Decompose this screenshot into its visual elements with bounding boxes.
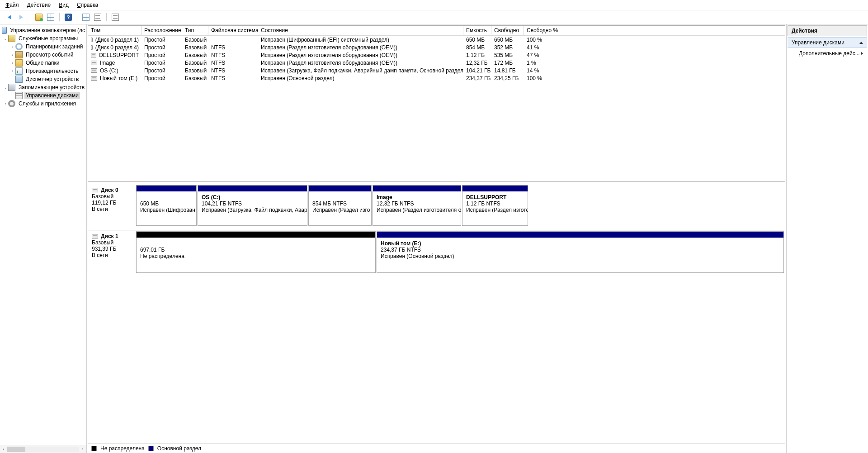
expand-toggle[interactable]: ⌄ — [3, 85, 8, 90]
expand-toggle[interactable]: › — [10, 69, 15, 73]
partition-colorbar — [137, 232, 375, 238]
scheduler-icon — [15, 43, 23, 50]
expand-toggle[interactable]: › — [3, 101, 8, 106]
scroll-thumb[interactable] — [7, 447, 25, 452]
cell-type: Базовый — [182, 60, 208, 66]
disk0-partition-image[interactable]: Image 12,32 ГБ NTFS Исправен (Раздел изг… — [373, 185, 461, 226]
cell-free: 650 МБ — [491, 37, 524, 43]
content-area: Том Расположение Тип Файловая система Со… — [87, 24, 787, 453]
disk0-partition-os[interactable]: OS (C:) 104,21 ГБ NTFS Исправен (Загрузк… — [198, 185, 307, 226]
cell-filesystem: NTFS — [208, 52, 258, 58]
properties-button[interactable] — [46, 12, 56, 22]
tree-horizontal-scrollbar[interactable]: ‹ › — [0, 445, 86, 453]
tree-root[interactable]: Управление компьютером (лс — [0, 26, 86, 34]
expand-toggle[interactable]: › — [10, 61, 15, 65]
col-capacity[interactable]: Емкость — [463, 26, 491, 35]
cell-volume: DELLSUPPORT — [99, 52, 139, 58]
cell-type: Базовый — [182, 37, 208, 43]
toolbar-separator — [77, 13, 77, 21]
expand-toggle[interactable]: › — [10, 44, 15, 49]
partition-status: Не распределена — [140, 253, 372, 259]
cell-status: Исправен (Раздел изготовителя оборудован… — [258, 52, 463, 58]
col-layout[interactable]: Расположение — [142, 26, 182, 35]
scroll-left-button[interactable]: ‹ — [0, 446, 7, 453]
partition-status: Исправен (Основной раздел) — [381, 253, 780, 259]
cell-type: Базовый — [182, 44, 208, 51]
partition-colorbar — [373, 186, 461, 191]
col-filesystem[interactable]: Файловая система — [208, 26, 258, 35]
tree-event-viewer[interactable]: ›Просмотр событий — [0, 51, 86, 59]
action-disk-management[interactable]: Управление дисками — [788, 37, 867, 48]
cell-free: 14,81 ГБ — [491, 67, 524, 74]
partition-status: Исправен (Раздел изготовителя о — [377, 207, 457, 213]
scroll-track[interactable] — [7, 447, 79, 452]
disk0-partition-1[interactable]: 650 МБ Исправен (Шифрован — [136, 185, 197, 226]
disk-1-block[interactable]: Диск 1 Базовый 931,39 ГБ В сети 697,01 Г… — [88, 230, 785, 274]
nav-back-button[interactable] — [5, 12, 14, 22]
settings-button[interactable] — [110, 12, 120, 22]
volume-row[interactable]: (Диск 0 раздел 4)ПростойБазовыйNTFSИспра… — [88, 43, 785, 51]
tree-services[interactable]: ›Службы и приложения — [0, 100, 86, 108]
help-button[interactable]: ? — [63, 12, 73, 22]
tree-disk-management[interactable]: Управление дисками — [0, 91, 86, 100]
col-freepct[interactable]: Свободно % — [524, 26, 559, 35]
disk0-partition-4[interactable]: 854 МБ NTFS Исправен (Раздел изго — [308, 185, 372, 226]
disk1-unallocated[interactable]: 697,01 ГБ Не распределена — [136, 231, 376, 273]
cell-layout: Простой — [142, 67, 182, 74]
col-free[interactable]: Свободно — [491, 26, 524, 35]
disk-0-size: 119,12 ГБ — [92, 200, 131, 206]
volume-row[interactable]: OS (C:)ПростойБазовыйNTFSИсправен (Загру… — [88, 67, 785, 74]
partition-name: OS (C:) — [202, 194, 303, 200]
menu-help[interactable]: Справка — [77, 2, 98, 8]
cell-filesystem: NTFS — [208, 75, 258, 81]
cell-freepct: 41 % — [524, 44, 559, 51]
refresh-button[interactable] — [34, 12, 44, 22]
cell-volume: (Диск 0 раздел 1) — [95, 37, 139, 43]
tree-scheduler[interactable]: ›Планировщик заданий — [0, 43, 86, 51]
volume-row[interactable]: (Диск 0 раздел 1)ПростойБазовыйИсправен … — [88, 36, 785, 43]
col-volume[interactable]: Том — [88, 26, 142, 35]
tree-storage[interactable]: ⌄Запоминающие устройств — [0, 83, 86, 91]
cell-status: Исправен (Загрузка, Файл подкачки, Авари… — [258, 67, 463, 74]
menu-view[interactable]: Вид — [59, 2, 69, 8]
folder-refresh-icon — [35, 14, 42, 21]
cell-free: 172 МБ — [491, 60, 524, 66]
action-label: Дополнительные дейс... — [799, 50, 860, 57]
tree-device-manager[interactable]: Диспетчер устройств — [0, 75, 86, 83]
scroll-right-button[interactable]: › — [79, 446, 86, 453]
arrow-left-icon — [8, 15, 11, 19]
volume-list-body[interactable]: (Диск 0 раздел 1)ПростойБазовыйИсправен … — [88, 36, 785, 181]
expand-toggle[interactable]: › — [10, 52, 15, 57]
volume-row[interactable]: ImageПростойБазовыйNTFSИсправен (Раздел … — [88, 59, 785, 67]
cell-volume: OS (C:) — [100, 67, 118, 74]
disk-0-block[interactable]: Диск 0 Базовый 119,12 ГБ В сети 650 МБ И… — [88, 184, 785, 227]
cell-volume: Image — [100, 60, 115, 66]
partition-colorbar — [198, 186, 307, 191]
view-top-button[interactable] — [81, 12, 91, 22]
partition-size: 104,21 ГБ NTFS — [202, 200, 303, 207]
cell-type: Базовый — [182, 67, 208, 74]
volume-row[interactable]: DELLSUPPORTПростойБазовыйNTFSИсправен (Р… — [88, 51, 785, 59]
menu-file[interactable]: Файл — [5, 2, 19, 8]
expand-toggle[interactable]: ⌄ — [3, 36, 8, 41]
col-status[interactable]: Состояние — [258, 26, 463, 35]
action-more[interactable]: Дополнительные дейс... — [788, 48, 867, 59]
submenu-icon — [861, 52, 863, 55]
nav-forward-button[interactable] — [16, 12, 26, 22]
actions-pane: Действия Управление дисками Дополнительн… — [787, 24, 868, 453]
cell-layout: Простой — [142, 52, 182, 58]
menu-action[interactable]: Действие — [27, 2, 51, 8]
tree-system-tools[interactable]: ⌄Служебные программы — [0, 34, 86, 43]
arrow-right-icon — [19, 15, 23, 19]
view-bottom-button[interactable] — [93, 12, 103, 22]
disk-icon — [92, 188, 98, 192]
disk1-partition-e[interactable]: Новый том (E:) 234,37 ГБ NTFS Исправен (… — [377, 231, 784, 273]
tree-shared-folders[interactable]: ›Общие папки — [0, 59, 86, 67]
volume-row[interactable]: Новый том (E:)ПростойБазовыйNTFSИсправен… — [88, 74, 785, 82]
performance-icon — [15, 67, 23, 75]
col-type[interactable]: Тип — [182, 26, 208, 35]
disk0-partition-dellsupport[interactable]: DELLSUPPORT 1,12 ГБ NTFS Исправен (Разде… — [462, 185, 528, 226]
tree-performance[interactable]: ›Производительность — [0, 67, 86, 75]
cell-capacity: 854 МБ — [463, 44, 491, 51]
volume-icon — [91, 38, 93, 42]
